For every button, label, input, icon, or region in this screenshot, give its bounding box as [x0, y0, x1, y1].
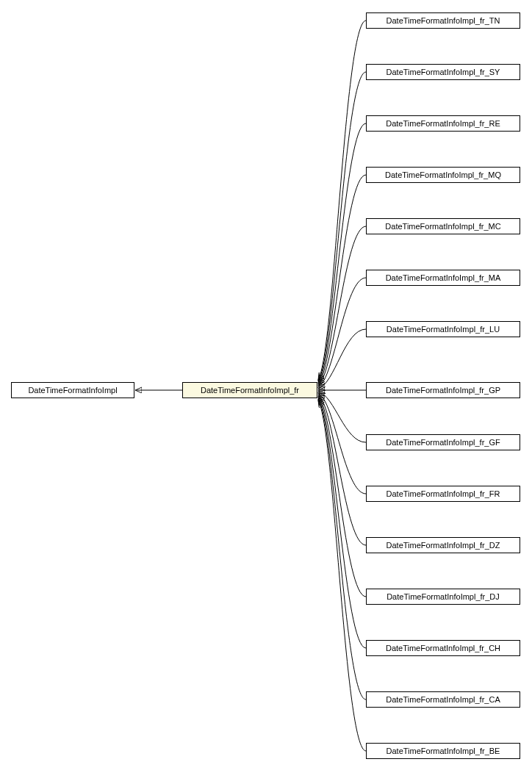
node-lu[interactable]: DateTimeFormatInfoImpl_fr_LU — [366, 321, 520, 337]
node-center-label: DateTimeFormatInfoImpl_fr — [201, 386, 299, 395]
node-re-label: DateTimeFormatInfoImpl_fr_RE — [386, 119, 500, 128]
node-ch-label: DateTimeFormatInfoImpl_fr_CH — [386, 644, 500, 652]
node-re[interactable]: DateTimeFormatInfoImpl_fr_RE — [366, 115, 520, 132]
node-be-label: DateTimeFormatInfoImpl_fr_BE — [387, 747, 500, 755]
node-tn[interactable]: DateTimeFormatInfoImpl_fr_TN — [366, 12, 520, 29]
edge — [318, 72, 366, 381]
node-dj[interactable]: DateTimeFormatInfoImpl_fr_DJ — [366, 589, 520, 605]
node-ma-label: DateTimeFormatInfoImpl_fr_MA — [386, 273, 501, 282]
diagram-canvas: DateTimeFormatInfoImplDateTimeFormatInfo… — [0, 0, 532, 784]
edge — [318, 226, 366, 386]
node-dj-label: DateTimeFormatInfoImpl_fr_DJ — [387, 592, 500, 601]
edge — [318, 395, 366, 545]
edge — [318, 399, 366, 700]
node-frfr-label: DateTimeFormatInfoImpl_fr_FR — [387, 489, 500, 498]
node-dz[interactable]: DateTimeFormatInfoImpl_fr_DZ — [366, 537, 520, 553]
node-ma[interactable]: DateTimeFormatInfoImpl_fr_MA — [366, 270, 520, 286]
edge — [318, 392, 366, 442]
node-gf[interactable]: DateTimeFormatInfoImpl_fr_GF — [366, 434, 520, 450]
node-gp-label: DateTimeFormatInfoImpl_fr_GP — [386, 386, 500, 395]
node-gp[interactable]: DateTimeFormatInfoImpl_fr_GP — [366, 382, 520, 398]
node-mq[interactable]: DateTimeFormatInfoImpl_fr_MQ — [366, 167, 520, 183]
node-sy[interactable]: DateTimeFormatInfoImpl_fr_SY — [366, 64, 520, 80]
node-lu-label: DateTimeFormatInfoImpl_fr_LU — [387, 325, 500, 334]
node-sy-label: DateTimeFormatInfoImpl_fr_SY — [387, 68, 500, 76]
node-mc[interactable]: DateTimeFormatInfoImpl_fr_MC — [366, 218, 520, 234]
node-mq-label: DateTimeFormatInfoImpl_fr_MQ — [385, 170, 501, 179]
node-tn-label: DateTimeFormatInfoImpl_fr_TN — [387, 16, 500, 25]
node-base-label: DateTimeFormatInfoImpl — [28, 386, 117, 395]
node-ch[interactable]: DateTimeFormatInfoImpl_fr_CH — [366, 640, 520, 656]
node-be[interactable]: DateTimeFormatInfoImpl_fr_BE — [366, 743, 520, 759]
node-ca[interactable]: DateTimeFormatInfoImpl_fr_CA — [366, 691, 520, 708]
node-dz-label: DateTimeFormatInfoImpl_fr_DZ — [387, 541, 500, 550]
edge — [318, 123, 366, 383]
node-ca-label: DateTimeFormatInfoImpl_fr_CA — [386, 695, 500, 704]
node-frfr[interactable]: DateTimeFormatInfoImpl_fr_FR — [366, 486, 520, 502]
node-base[interactable]: DateTimeFormatInfoImpl — [11, 382, 134, 398]
node-center[interactable]: DateTimeFormatInfoImpl_fr — [182, 382, 317, 398]
node-mc-label: DateTimeFormatInfoImpl_fr_MC — [385, 222, 500, 231]
node-gf-label: DateTimeFormatInfoImpl_fr_GF — [386, 438, 500, 447]
